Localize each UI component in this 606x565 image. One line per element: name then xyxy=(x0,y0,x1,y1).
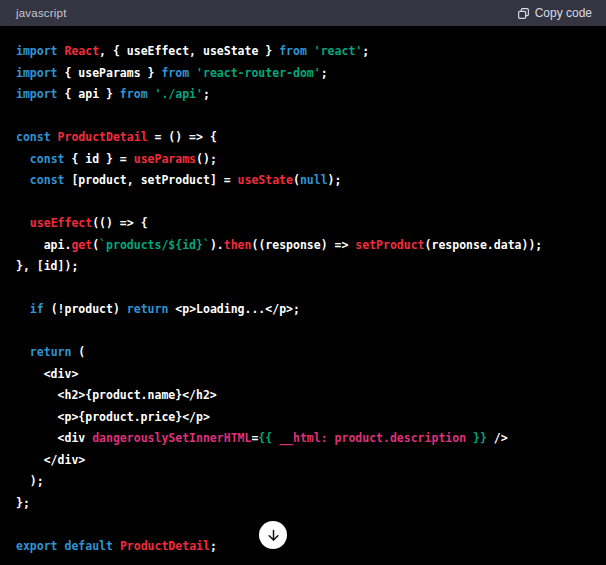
code-line: if (!product) return <p>Loading...</p>; xyxy=(16,299,590,321)
code-line xyxy=(16,106,590,128)
code-block: javascript Copy code import React, { use… xyxy=(0,0,606,565)
code-line: <p>{product.price}</p> xyxy=(16,407,590,429)
copy-code-button[interactable]: Copy code xyxy=(517,6,592,20)
code-line: return ( xyxy=(16,342,590,364)
code-line xyxy=(16,321,590,343)
code-line: import React, { useEffect, useState } fr… xyxy=(16,41,590,63)
code-line: <div> xyxy=(16,364,590,386)
code-line: const [product, setProduct] = useState(n… xyxy=(16,170,590,192)
code-line: const ProductDetail = () => { xyxy=(16,127,590,149)
code-line: </div> xyxy=(16,450,590,472)
copy-icon xyxy=(517,7,530,20)
code-line: api.get(`products/${id}`).then((response… xyxy=(16,235,590,257)
code-line: ); xyxy=(16,471,590,493)
code-line: }, [id]); xyxy=(16,256,590,278)
code-content: import React, { useEffect, useState } fr… xyxy=(0,26,606,557)
code-line: }; xyxy=(16,493,590,515)
code-line: <h2>{product.name}</h2> xyxy=(16,385,590,407)
code-line xyxy=(16,192,590,214)
language-label: javascript xyxy=(16,7,67,19)
code-line: const { id } = useParams(); xyxy=(16,149,590,171)
code-line: useEffect(() => { xyxy=(16,213,590,235)
code-line: import { api } from './api'; xyxy=(16,84,590,106)
code-header: javascript Copy code xyxy=(0,0,606,26)
code-line xyxy=(16,514,590,536)
code-line: export default ProductDetail; xyxy=(16,536,590,558)
scroll-to-bottom-button[interactable] xyxy=(259,521,287,549)
down-arrow-icon xyxy=(266,528,281,543)
code-line xyxy=(16,278,590,300)
code-line: import { useParams } from 'react-router-… xyxy=(16,63,590,85)
code-line: <div dangerouslySetInnerHTML={{ __html: … xyxy=(16,428,590,450)
copy-code-label: Copy code xyxy=(535,6,592,20)
